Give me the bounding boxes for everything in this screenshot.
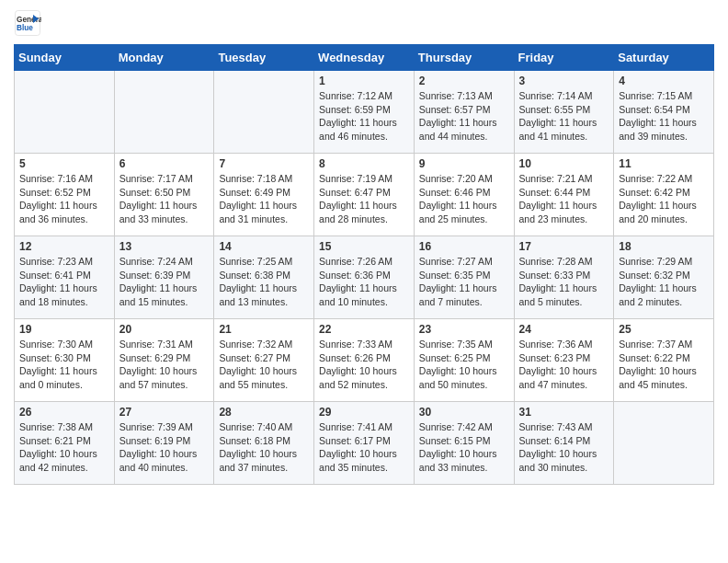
day-info: Sunrise: 7:37 AM Sunset: 6:22 PM Dayligh… — [619, 338, 709, 392]
day-info: Sunrise: 7:32 AM Sunset: 6:27 PM Dayligh… — [219, 338, 309, 392]
calendar-cell: 22Sunrise: 7:33 AM Sunset: 6:26 PM Dayli… — [314, 319, 415, 402]
day-number: 6 — [119, 157, 210, 170]
day-number: 11 — [619, 157, 709, 170]
day-info: Sunrise: 7:28 AM Sunset: 6:33 PM Dayligh… — [519, 255, 609, 309]
week-row-5: 26Sunrise: 7:38 AM Sunset: 6:21 PM Dayli… — [15, 402, 714, 485]
day-number: 2 — [419, 75, 509, 87]
calendar-cell: 13Sunrise: 7:24 AM Sunset: 6:39 PM Dayli… — [114, 236, 214, 319]
day-info: Sunrise: 7:12 AM Sunset: 6:59 PM Dayligh… — [319, 89, 409, 144]
day-info: Sunrise: 7:39 AM Sunset: 6:19 PM Dayligh… — [119, 420, 210, 475]
calendar-cell — [114, 71, 214, 154]
day-number: 8 — [319, 157, 409, 170]
calendar-cell: 4Sunrise: 7:15 AM Sunset: 6:54 PM Daylig… — [614, 71, 714, 154]
header-day-tuesday: Tuesday — [214, 45, 314, 71]
calendar-cell — [614, 402, 714, 485]
calendar-cell: 30Sunrise: 7:42 AM Sunset: 6:15 PM Dayli… — [414, 402, 514, 485]
day-number: 26 — [19, 406, 109, 419]
day-info: Sunrise: 7:40 AM Sunset: 6:18 PM Dayligh… — [219, 420, 309, 475]
calendar-cell: 20Sunrise: 7:31 AM Sunset: 6:29 PM Dayli… — [114, 319, 214, 402]
calendar-cell: 1Sunrise: 7:12 AM Sunset: 6:59 PM Daylig… — [314, 71, 415, 154]
day-info: Sunrise: 7:30 AM Sunset: 6:30 PM Dayligh… — [19, 338, 109, 392]
calendar-cell: 26Sunrise: 7:38 AM Sunset: 6:21 PM Dayli… — [15, 402, 115, 485]
day-number: 21 — [219, 323, 309, 336]
day-info: Sunrise: 7:42 AM Sunset: 6:15 PM Dayligh… — [419, 420, 509, 475]
calendar-cell: 11Sunrise: 7:22 AM Sunset: 6:42 PM Dayli… — [614, 154, 714, 236]
day-info: Sunrise: 7:35 AM Sunset: 6:25 PM Dayligh… — [419, 338, 509, 392]
day-info: Sunrise: 7:41 AM Sunset: 6:17 PM Dayligh… — [319, 420, 409, 475]
day-info: Sunrise: 7:17 AM Sunset: 6:50 PM Dayligh… — [119, 172, 210, 226]
day-number: 22 — [319, 323, 409, 336]
day-info: Sunrise: 7:23 AM Sunset: 6:41 PM Dayligh… — [19, 255, 109, 309]
day-number: 19 — [19, 323, 109, 336]
day-number: 14 — [219, 240, 309, 253]
calendar-cell: 18Sunrise: 7:29 AM Sunset: 6:32 PM Dayli… — [614, 236, 714, 319]
day-number: 12 — [19, 240, 109, 253]
day-number: 20 — [119, 323, 210, 336]
day-info: Sunrise: 7:13 AM Sunset: 6:57 PM Dayligh… — [419, 89, 509, 144]
day-number: 5 — [19, 157, 109, 170]
day-number: 23 — [419, 323, 509, 336]
day-info: Sunrise: 7:16 AM Sunset: 6:52 PM Dayligh… — [19, 172, 109, 226]
day-number: 17 — [519, 240, 609, 253]
day-number: 29 — [319, 406, 409, 419]
day-number: 18 — [619, 240, 709, 253]
calendar-cell: 15Sunrise: 7:26 AM Sunset: 6:36 PM Dayli… — [314, 236, 415, 319]
day-info: Sunrise: 7:21 AM Sunset: 6:44 PM Dayligh… — [519, 172, 609, 226]
calendar-cell: 25Sunrise: 7:37 AM Sunset: 6:22 PM Dayli… — [614, 319, 714, 402]
day-number: 30 — [419, 406, 509, 419]
day-number: 9 — [419, 157, 509, 170]
calendar-cell: 8Sunrise: 7:19 AM Sunset: 6:47 PM Daylig… — [314, 154, 415, 236]
day-number: 10 — [519, 157, 609, 170]
day-info: Sunrise: 7:24 AM Sunset: 6:39 PM Dayligh… — [119, 255, 210, 309]
day-info: Sunrise: 7:19 AM Sunset: 6:47 PM Dayligh… — [319, 172, 409, 226]
calendar-cell: 19Sunrise: 7:30 AM Sunset: 6:30 PM Dayli… — [15, 319, 115, 402]
calendar-cell: 14Sunrise: 7:25 AM Sunset: 6:38 PM Dayli… — [214, 236, 314, 319]
day-info: Sunrise: 7:14 AM Sunset: 6:55 PM Dayligh… — [519, 89, 609, 144]
calendar-cell: 29Sunrise: 7:41 AM Sunset: 6:17 PM Dayli… — [314, 402, 415, 485]
logo-icon: General Blue — [14, 9, 41, 37]
calendar-cell: 28Sunrise: 7:40 AM Sunset: 6:18 PM Dayli… — [214, 402, 314, 485]
calendar-cell: 6Sunrise: 7:17 AM Sunset: 6:50 PM Daylig… — [114, 154, 214, 236]
day-info: Sunrise: 7:36 AM Sunset: 6:23 PM Dayligh… — [519, 338, 609, 392]
week-row-2: 5Sunrise: 7:16 AM Sunset: 6:52 PM Daylig… — [15, 154, 714, 236]
calendar-cell: 24Sunrise: 7:36 AM Sunset: 6:23 PM Dayli… — [514, 319, 614, 402]
day-info: Sunrise: 7:31 AM Sunset: 6:29 PM Dayligh… — [119, 338, 210, 392]
day-info: Sunrise: 7:18 AM Sunset: 6:49 PM Dayligh… — [219, 172, 309, 226]
calendar-cell: 2Sunrise: 7:13 AM Sunset: 6:57 PM Daylig… — [414, 71, 514, 154]
week-row-4: 19Sunrise: 7:30 AM Sunset: 6:30 PM Dayli… — [15, 319, 714, 402]
day-number: 24 — [519, 323, 609, 336]
svg-text:Blue: Blue — [17, 24, 33, 32]
day-number: 25 — [619, 323, 709, 336]
day-number: 3 — [519, 75, 609, 87]
day-number: 27 — [119, 406, 210, 419]
day-number: 31 — [519, 406, 609, 419]
day-info: Sunrise: 7:20 AM Sunset: 6:46 PM Dayligh… — [419, 172, 509, 226]
day-info: Sunrise: 7:29 AM Sunset: 6:32 PM Dayligh… — [619, 255, 709, 309]
day-number: 16 — [419, 240, 509, 253]
header-day-saturday: Saturday — [614, 45, 714, 71]
day-info: Sunrise: 7:27 AM Sunset: 6:35 PM Dayligh… — [419, 255, 509, 309]
calendar-cell: 23Sunrise: 7:35 AM Sunset: 6:25 PM Dayli… — [414, 319, 514, 402]
calendar-cell: 27Sunrise: 7:39 AM Sunset: 6:19 PM Dayli… — [114, 402, 214, 485]
day-number: 7 — [219, 157, 309, 170]
day-info: Sunrise: 7:43 AM Sunset: 6:14 PM Dayligh… — [519, 420, 609, 475]
week-row-1: 1Sunrise: 7:12 AM Sunset: 6:59 PM Daylig… — [15, 71, 714, 154]
calendar-cell: 5Sunrise: 7:16 AM Sunset: 6:52 PM Daylig… — [15, 154, 115, 236]
day-info: Sunrise: 7:38 AM Sunset: 6:21 PM Dayligh… — [19, 420, 109, 475]
calendar-cell: 3Sunrise: 7:14 AM Sunset: 6:55 PM Daylig… — [514, 71, 614, 154]
header-day-friday: Friday — [514, 45, 614, 71]
day-number: 28 — [219, 406, 309, 419]
header-day-thursday: Thursday — [414, 45, 514, 71]
day-number: 15 — [319, 240, 409, 253]
calendar-cell: 7Sunrise: 7:18 AM Sunset: 6:49 PM Daylig… — [214, 154, 314, 236]
header-row: SundayMondayTuesdayWednesdayThursdayFrid… — [15, 45, 714, 71]
logo: General Blue — [14, 9, 45, 37]
calendar-cell: 21Sunrise: 7:32 AM Sunset: 6:27 PM Dayli… — [214, 319, 314, 402]
calendar-cell: 9Sunrise: 7:20 AM Sunset: 6:46 PM Daylig… — [414, 154, 514, 236]
header-day-monday: Monday — [114, 45, 214, 71]
day-number: 1 — [319, 75, 409, 87]
calendar-cell: 10Sunrise: 7:21 AM Sunset: 6:44 PM Dayli… — [514, 154, 614, 236]
calendar-cell — [214, 71, 314, 154]
header-day-sunday: Sunday — [15, 45, 115, 71]
calendar-cell: 31Sunrise: 7:43 AM Sunset: 6:14 PM Dayli… — [514, 402, 614, 485]
